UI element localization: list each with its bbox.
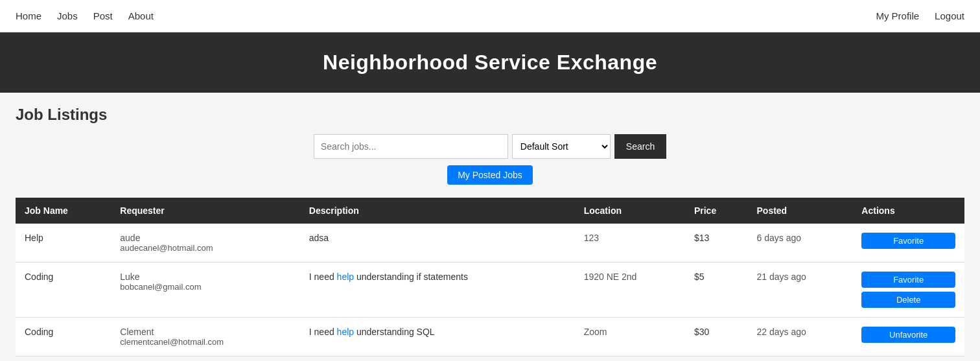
requester-name: Clement: [120, 327, 291, 337]
nav-home[interactable]: Home: [16, 10, 41, 21]
favorite-button[interactable]: Favorite: [861, 233, 955, 249]
actions-cell: Favorite: [852, 224, 964, 262]
desc-highlight: help: [337, 327, 354, 337]
nav-jobs[interactable]: Jobs: [57, 10, 78, 21]
unfavorite-button[interactable]: Unfavorite: [861, 327, 955, 343]
search-input[interactable]: [314, 134, 508, 159]
location-cell: 123: [575, 224, 685, 262]
requester-name: aude: [120, 233, 291, 243]
actions-cell: FavoriteDelete: [852, 262, 964, 318]
nav-my-profile[interactable]: My Profile: [876, 10, 919, 21]
requester-cell: Clementclementcanel@hotmail.com: [111, 318, 300, 356]
posted-cell: 21 days ago: [748, 262, 853, 318]
price-cell: $30: [685, 318, 748, 356]
table-row: Helpaudeaudecanel@hotmail.comadsa123$136…: [16, 224, 964, 262]
description-cell: I need help understanding if statements: [300, 262, 575, 318]
main-content: Job Listings Default Sort Price: Low to …: [0, 93, 980, 361]
nav-right: My Profile Logout: [876, 10, 964, 21]
my-posted-jobs-button[interactable]: My Posted Jobs: [447, 165, 533, 185]
nav-about[interactable]: About: [128, 10, 154, 21]
col-location: Location: [575, 198, 685, 224]
description-cell: I need help understanding SQL: [300, 318, 575, 356]
nav-logout[interactable]: Logout: [935, 10, 964, 21]
navbar: Home Jobs Post About My Profile Logout: [0, 0, 980, 32]
location-cell: Zoom: [575, 318, 685, 356]
hero-title: Neighborhood Service Exchange: [0, 51, 980, 75]
requester-name: Luke: [120, 272, 291, 282]
search-row: Default Sort Price: Low to High Price: H…: [314, 134, 666, 159]
table-header: Job Name Requester Description Location …: [16, 198, 964, 224]
job-name-cell: Coding: [16, 318, 111, 356]
requester-email: clementcanel@hotmail.com: [120, 337, 291, 347]
actions-cell: Unfavorite: [852, 318, 964, 356]
table-body: Helpaudeaudecanel@hotmail.comadsa123$136…: [16, 224, 964, 356]
requester-cell: audeaudecanel@hotmail.com: [111, 224, 300, 262]
requester-email: bobcanel@gmail.com: [120, 282, 291, 292]
favorite-button[interactable]: Favorite: [861, 272, 955, 288]
table-row: CodingClementclementcanel@hotmail.comI n…: [16, 318, 964, 356]
job-name-cell: Help: [16, 224, 111, 262]
nav-post[interactable]: Post: [93, 10, 113, 21]
jobs-table: Job Name Requester Description Location …: [16, 198, 964, 356]
search-section: Default Sort Price: Low to High Price: H…: [16, 134, 964, 185]
posted-cell: 22 days ago: [748, 318, 853, 356]
description-cell: adsa: [300, 224, 575, 262]
location-cell: 1920 NE 2nd: [575, 262, 685, 318]
table-row: CodingLukebobcanel@gmail.comI need help …: [16, 262, 964, 318]
hero-banner: Neighborhood Service Exchange: [0, 32, 980, 93]
col-posted: Posted: [748, 198, 853, 224]
nav-left: Home Jobs Post About: [16, 10, 154, 21]
sort-select[interactable]: Default Sort Price: Low to High Price: H…: [512, 134, 611, 159]
desc-highlight: help: [337, 272, 354, 282]
delete-button[interactable]: Delete: [861, 292, 955, 308]
price-cell: $13: [685, 224, 748, 262]
price-cell: $5: [685, 262, 748, 318]
search-button[interactable]: Search: [614, 134, 666, 159]
col-job-name: Job Name: [16, 198, 111, 224]
col-actions: Actions: [852, 198, 964, 224]
col-description: Description: [300, 198, 575, 224]
requester-cell: Lukebobcanel@gmail.com: [111, 262, 300, 318]
page-title: Job Listings: [16, 106, 964, 124]
requester-email: audecanel@hotmail.com: [120, 243, 291, 253]
col-requester: Requester: [111, 198, 300, 224]
col-price: Price: [685, 198, 748, 224]
posted-cell: 6 days ago: [748, 224, 853, 262]
job-name-cell: Coding: [16, 262, 111, 318]
